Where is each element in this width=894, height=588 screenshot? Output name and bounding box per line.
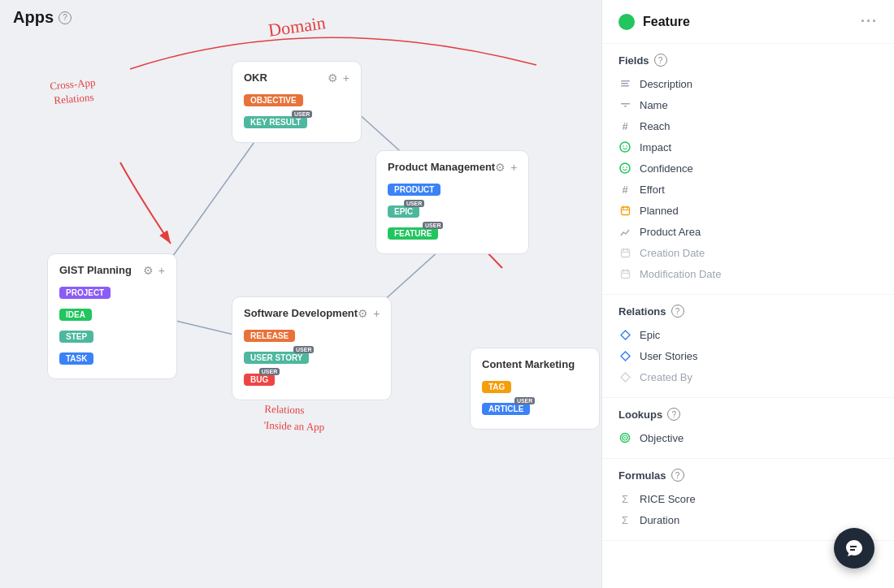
fields-section-header: Fields ? (618, 54, 878, 67)
field-effort-label: Effort (640, 184, 857, 196)
lookup-objective-label: Objective (640, 432, 857, 444)
article-user-tag: USER (514, 397, 535, 404)
fields-section: Fields ? Description ··· Name # Reach ··… (602, 44, 894, 295)
badge-bug: BUG (244, 374, 275, 386)
field-product-area[interactable]: Product Area ··· (618, 221, 878, 242)
badge-idea: IDEA (59, 309, 92, 321)
okr-card-header: OKR ⚙ + (244, 71, 349, 84)
formulas-section-header: Formulas ? (618, 469, 878, 482)
softdev-settings-icon[interactable]: ⚙ (358, 308, 368, 319)
field-effort[interactable]: # Effort ··· (618, 179, 878, 200)
svg-rect-7 (621, 83, 628, 84)
modification-date-icon (618, 267, 631, 280)
formula-duration-label: Duration (640, 514, 878, 526)
badge-tag: TAG (482, 381, 511, 393)
relation-user-stories-label: User Stories (640, 350, 857, 362)
pm-settings-icon[interactable]: ⚙ (495, 162, 506, 173)
svg-marker-31 (621, 373, 630, 382)
svg-point-12 (623, 145, 624, 147)
panel-header: Feature ··· (602, 0, 894, 44)
cm-badge-row: TAG ARTICLE USER (482, 378, 588, 419)
gist-planning-card: GIST Planning ⚙ + PROJECT IDEA STEP TASK (47, 253, 177, 379)
svg-rect-6 (621, 80, 630, 82)
relation-user-stories[interactable]: User Stories ··· (618, 345, 878, 366)
impact-icon (618, 141, 631, 153)
field-name[interactable]: Name (618, 94, 878, 115)
help-icon[interactable]: ? (59, 11, 72, 24)
svg-rect-25 (621, 270, 629, 279)
formulas-help-icon[interactable]: ? (671, 469, 684, 482)
badge-project: PROJECT (59, 287, 111, 299)
pm-add-icon[interactable]: + (510, 162, 517, 173)
formula-rice-score[interactable]: Σ RICE Score (618, 488, 878, 509)
okr-badge-row: OBJECTIVE KEY RESULT USER (244, 92, 349, 132)
gist-settings-icon[interactable]: ⚙ (143, 265, 154, 276)
relations-section: Relations ? Epic ··· User Stories ··· Cr… (602, 295, 894, 398)
field-confidence[interactable]: Confidence ··· (618, 158, 878, 179)
chat-button[interactable] (834, 528, 874, 569)
lookups-help-icon[interactable]: ? (667, 408, 680, 421)
relation-created-by[interactable]: Created By (618, 366, 878, 387)
svg-marker-29 (621, 331, 630, 339)
cm-card-header: Content Marketing (482, 358, 588, 370)
gist-card-header: GIST Planning ⚙ + (59, 264, 165, 276)
feature-dot (618, 14, 635, 30)
softdev-card-actions: ⚙ + (358, 308, 380, 319)
content-marketing-card: Content Marketing TAG ARTICLE USER (470, 348, 600, 430)
planned-icon (618, 204, 631, 217)
product-management-card: Product Management ⚙ + PRODUCT EPIC USER… (375, 150, 529, 254)
badge-task: TASK (59, 352, 93, 365)
relation-created-by-label: Created By (640, 371, 878, 383)
softdev-card-header: Software Development ⚙ + (244, 307, 380, 319)
badge-feature: FEATURE (388, 227, 438, 240)
lookups-section: Lookups ? Objective ··· (602, 398, 894, 459)
field-description[interactable]: Description ··· (618, 73, 878, 94)
badge-step: STEP (59, 331, 93, 343)
gist-add-icon[interactable]: + (158, 265, 165, 276)
fields-help-icon[interactable]: ? (654, 54, 667, 67)
effort-icon: # (618, 183, 631, 196)
field-creation-date-label: Creation Date (640, 247, 878, 259)
domain-annotation: Domain (267, 12, 328, 41)
softdev-badge-row: RELEASE USER STORY USER BUG USER (244, 327, 380, 390)
svg-point-34 (624, 437, 626, 439)
gist-badge-row: PROJECT IDEA STEP TASK (59, 284, 165, 369)
reach-icon: # (618, 119, 631, 132)
creation-date-icon (618, 246, 631, 259)
svg-marker-30 (621, 352, 630, 361)
relations-section-header: Relations ? (618, 305, 878, 318)
okr-card: OKR ⚙ + OBJECTIVE KEY RESULT USER (232, 61, 362, 143)
formula-duration[interactable]: Σ Duration (618, 509, 878, 530)
svg-rect-17 (621, 207, 629, 215)
okr-card-title: OKR (244, 71, 267, 84)
panel-more-button[interactable]: ··· (861, 13, 878, 30)
gist-card-actions: ⚙ + (143, 265, 165, 276)
duration-icon: Σ (618, 513, 631, 526)
field-creation-date[interactable]: Creation Date (618, 242, 878, 263)
field-reach[interactable]: # Reach ··· (618, 115, 878, 136)
badge-product: PRODUCT (388, 184, 440, 196)
user-stories-relation-icon (618, 349, 631, 362)
name-icon (618, 98, 631, 111)
svg-rect-8 (621, 85, 629, 87)
cm-card-title: Content Marketing (482, 358, 575, 370)
relations-help-icon[interactable]: ? (671, 305, 684, 318)
key-result-user-tag: USER (292, 110, 312, 118)
relation-epic-label: Epic (640, 329, 857, 341)
field-impact[interactable]: Impact ··· (618, 136, 878, 158)
field-reach-label: Reach (640, 120, 857, 132)
user-story-user-tag: USER (293, 346, 314, 353)
badge-key-result: KEY RESULT (244, 116, 307, 128)
okr-add-icon[interactable]: + (343, 72, 349, 84)
lookup-objective[interactable]: Objective ··· (618, 427, 878, 448)
relation-epic[interactable]: Epic ··· (618, 324, 878, 345)
field-planned-label: Planned (640, 205, 857, 217)
software-dev-card: Software Development ⚙ + RELEASE USER ST… (232, 296, 392, 400)
confidence-icon (618, 162, 631, 175)
description-icon (618, 77, 631, 90)
field-modification-date[interactable]: Modification Date (618, 263, 878, 284)
softdev-add-icon[interactable]: + (373, 308, 380, 319)
svg-point-16 (626, 166, 627, 168)
field-planned[interactable]: Planned ··· (618, 200, 878, 221)
okr-settings-icon[interactable]: ⚙ (328, 72, 338, 84)
